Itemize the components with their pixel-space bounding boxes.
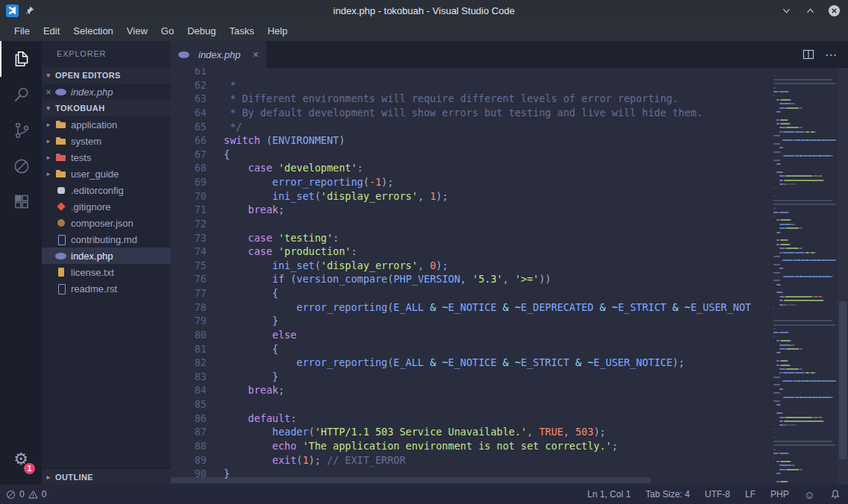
line-number: 89 bbox=[171, 453, 224, 467]
settings-button[interactable]: ⚙ 1 bbox=[0, 441, 42, 477]
code-line-74[interactable]: 74 case 'production': bbox=[171, 245, 770, 259]
code-line-89[interactable]: 89 exit(1); // EXIT_ERROR bbox=[171, 453, 770, 467]
menubar-item-edit[interactable]: Edit bbox=[37, 22, 66, 40]
cursor-position[interactable]: Ln 1, Col 1 bbox=[588, 489, 631, 500]
code-line-62[interactable]: 62 * bbox=[171, 78, 770, 92]
tree-item-composer.json[interactable]: composer.json bbox=[42, 215, 171, 231]
line-number: 88 bbox=[171, 439, 224, 453]
code-line-63[interactable]: 63 * Different environments will require… bbox=[171, 92, 770, 106]
vertical-scrollbar[interactable] bbox=[838, 68, 848, 485]
code-line-84[interactable]: 84 break; bbox=[171, 383, 770, 397]
code-line-82[interactable]: 82 error_reporting(E_ALL & ~E_NOTICE & ~… bbox=[171, 356, 770, 370]
language-indicator[interactable]: PHP bbox=[770, 489, 789, 500]
tree-item-tests[interactable]: ▸tests bbox=[42, 149, 171, 166]
line-number: 74 bbox=[171, 245, 224, 259]
tree-item-.editorconfig[interactable]: .editorconfig bbox=[42, 182, 171, 198]
open-editor-item-index.php[interactable]: ×index.php bbox=[42, 84, 171, 100]
code-line-76[interactable]: 76 if (version_compare(PHP_VERSION, '5.3… bbox=[171, 272, 770, 286]
maximize-button[interactable] bbox=[803, 4, 817, 17]
menubar-item-view[interactable]: View bbox=[120, 22, 154, 40]
indentation-indicator[interactable]: Tab Size: 4 bbox=[646, 489, 690, 500]
line-content: break; bbox=[224, 203, 284, 217]
tree-item-application[interactable]: ▸application bbox=[42, 116, 171, 133]
menubar-item-tasks[interactable]: Tasks bbox=[222, 22, 260, 40]
feedback-smiley-icon[interactable]: ☺ bbox=[804, 489, 815, 500]
code-line-66[interactable]: 66switch (ENVIRONMENT) bbox=[171, 133, 770, 148]
sidebar-explorer: EXPLORER ▾ OPEN EDITORS ×index.php ▾ TOK… bbox=[42, 41, 171, 485]
activity-search-button[interactable] bbox=[0, 77, 42, 113]
minimize-button[interactable] bbox=[779, 4, 793, 17]
code-area[interactable]: 6162 *63 * Different environments will r… bbox=[171, 68, 770, 485]
menubar-item-help[interactable]: Help bbox=[261, 22, 295, 40]
php-icon bbox=[178, 48, 190, 60]
code-line-80[interactable]: 80 else bbox=[171, 328, 770, 342]
tab-index-php[interactable]: index.php × bbox=[171, 41, 266, 68]
menubar-item-debug[interactable]: Debug bbox=[180, 22, 222, 40]
file-tree: ▸application▸system▸tests▸user_guide.edi… bbox=[42, 116, 171, 297]
more-actions-icon[interactable]: ⋯ bbox=[825, 48, 838, 62]
tree-item-user_guide[interactable]: ▸user_guide bbox=[42, 166, 171, 182]
split-editor-button[interactable] bbox=[803, 48, 814, 60]
menubar-item-file[interactable]: File bbox=[7, 22, 37, 40]
activity-explorer-button[interactable] bbox=[0, 41, 42, 77]
line-content: * bbox=[224, 78, 236, 92]
tree-item-system[interactable]: ▸system bbox=[42, 133, 171, 149]
line-content: switch (ENVIRONMENT) bbox=[224, 133, 345, 148]
tree-item-label: contributing.md bbox=[71, 234, 137, 245]
code-line-83[interactable]: 83 } bbox=[171, 370, 770, 384]
encoding-indicator[interactable]: UTF-8 bbox=[705, 489, 730, 500]
tree-item-.gitignore[interactable]: .gitignore bbox=[42, 198, 171, 215]
code-line-77[interactable]: 77 { bbox=[171, 286, 770, 300]
tree-item-index.php[interactable]: index.php bbox=[42, 248, 171, 264]
minimap[interactable] bbox=[770, 68, 838, 485]
activity-debug-button[interactable] bbox=[0, 148, 42, 184]
menubar-item-go[interactable]: Go bbox=[154, 22, 180, 40]
editorconfig-icon bbox=[55, 184, 67, 196]
line-content: { bbox=[224, 286, 278, 300]
code-line-79[interactable]: 79 } bbox=[171, 314, 770, 328]
close-editor-icon[interactable]: × bbox=[42, 86, 55, 98]
code-line-88[interactable]: 88 echo 'The application environment is … bbox=[171, 439, 770, 453]
tree-item-readme.rst[interactable]: readme.rst bbox=[42, 280, 171, 297]
activity-source-control-button[interactable] bbox=[0, 113, 42, 148]
chevron-right-icon: ▸ bbox=[42, 121, 55, 128]
scrollbar-slider[interactable] bbox=[171, 477, 650, 483]
code-line-73[interactable]: 73 case 'testing': bbox=[171, 231, 770, 245]
chevron-right-icon: ▸ bbox=[42, 154, 55, 161]
eol-indicator[interactable]: LF bbox=[745, 489, 756, 500]
code-line-65[interactable]: 65 */ bbox=[171, 120, 770, 134]
folder-icon bbox=[55, 119, 67, 130]
menubar-item-selection[interactable]: Selection bbox=[66, 22, 119, 40]
code-line-64[interactable]: 64 * By default development will show er… bbox=[171, 106, 770, 120]
activity-extensions-button[interactable] bbox=[0, 184, 42, 220]
code-line-72[interactable]: 72 bbox=[171, 217, 770, 231]
code-line-81[interactable]: 81 { bbox=[171, 342, 770, 356]
code-line-61[interactable]: 61 bbox=[171, 68, 770, 78]
notification-badge: 1 bbox=[24, 463, 35, 474]
outline-label: OUTLINE bbox=[55, 473, 93, 482]
code-line-67[interactable]: 67{ bbox=[171, 148, 770, 162]
scrollbar-slider[interactable] bbox=[839, 301, 847, 459]
code-line-75[interactable]: 75 ini_set('display_errors', 0); bbox=[171, 259, 770, 273]
code-line-70[interactable]: 70 ini_set('display_errors', 1); bbox=[171, 189, 770, 204]
tab-close-icon[interactable]: × bbox=[253, 48, 259, 60]
open-editors-header[interactable]: ▾ OPEN EDITORS bbox=[42, 67, 171, 84]
problems-indicator[interactable]: 0 0 bbox=[6, 489, 46, 500]
code-line-69[interactable]: 69 error_reporting(-1); bbox=[171, 175, 770, 189]
notifications-bell-icon[interactable] bbox=[830, 489, 841, 500]
tree-item-contributing.md[interactable]: contributing.md bbox=[42, 231, 171, 248]
close-button[interactable] bbox=[827, 4, 841, 17]
code-line-71[interactable]: 71 break; bbox=[171, 203, 770, 217]
code-line-78[interactable]: 78 error_reporting(E_ALL & ~E_NOTICE & ~… bbox=[171, 300, 770, 315]
code-line-85[interactable]: 85 bbox=[171, 397, 770, 412]
code-line-68[interactable]: 68 case 'development': bbox=[171, 161, 770, 175]
outline-header[interactable]: ▸ OUTLINE bbox=[42, 468, 171, 485]
code-line-87[interactable]: 87 header('HTTP/1.1 503 Service Unavaila… bbox=[171, 425, 770, 439]
line-content: case 'production': bbox=[224, 245, 357, 259]
project-header[interactable]: ▾ TOKOBUAH bbox=[42, 100, 171, 116]
git-icon bbox=[55, 201, 67, 212]
tree-item-license.txt[interactable]: license.txt bbox=[42, 264, 171, 280]
horizontal-scrollbar[interactable] bbox=[171, 477, 770, 483]
line-number: 62 bbox=[171, 78, 224, 92]
code-line-86[interactable]: 86 default: bbox=[171, 412, 770, 426]
